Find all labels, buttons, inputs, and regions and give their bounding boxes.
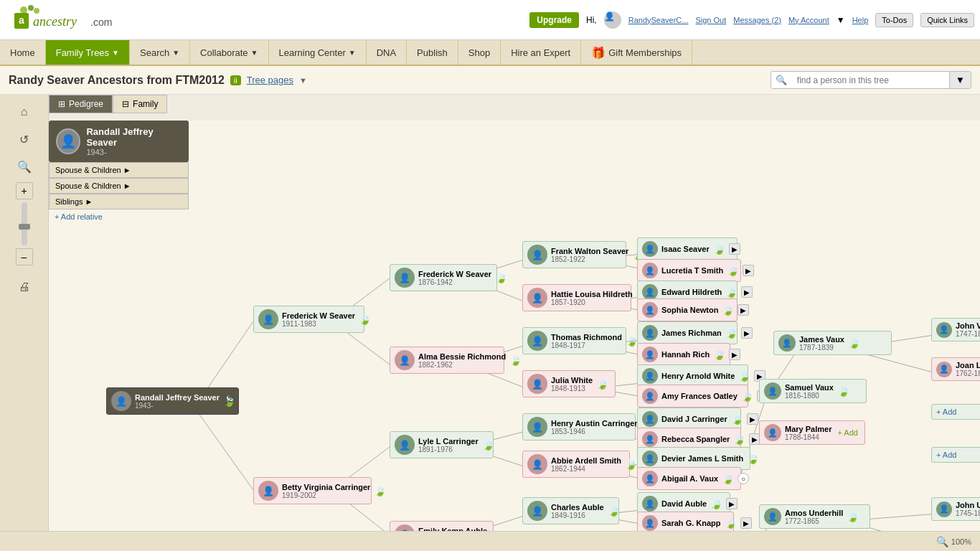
messages-link[interactable]: Messages (2) (733, 16, 781, 24)
node-betty-virginia[interactable]: 👤 Betty Virginia Carringer 1919-2002 🍃 (253, 477, 372, 504)
zoom-out-button[interactable]: – (16, 248, 33, 265)
node-randall[interactable]: 👤 Randall Jeffrey Seaver 1943- 🍃 (106, 387, 239, 415)
expand-button[interactable]: ▶ (747, 413, 758, 425)
zoom-out-icon[interactable]: 🔍 (936, 536, 948, 547)
node-john-un[interactable]: 👤 John Un... 1745-1816 (931, 497, 980, 521)
zoom-handle[interactable] (19, 224, 30, 230)
node-isaac-seaver[interactable]: 👤 Isaac Seaver 🍃 ▶ (637, 237, 738, 260)
expand-button[interactable]: ▶ (741, 286, 753, 298)
collaborate-arrow: ▼ (251, 49, 258, 57)
quick-links-button[interactable]: Quick Links (920, 13, 974, 27)
node-mary-palmer[interactable]: 👤 Mary Palmer 1788-1844 + Add (759, 420, 865, 445)
node-amy-frances[interactable]: 👤 Amy Frances Oatley 🍃 ▶ (637, 385, 748, 408)
expand-circle-button[interactable]: ○ (738, 473, 749, 484)
username-link[interactable]: RandySeaverC... (628, 16, 689, 24)
nav-publish[interactable]: Publish (407, 40, 458, 65)
spouse-children-1[interactable]: Spouse & Children ► (49, 162, 189, 178)
leaf-icon: 🍃 (596, 378, 608, 390)
node-hattie-louisa[interactable]: 👤 Hattie Louisa Hildreth 1857-1920 🍃 (522, 284, 631, 311)
person-info: Randall Jeffrey Seaver 1943- (86, 126, 182, 156)
account-arrow: ▼ (837, 15, 845, 25)
family-view-button[interactable]: ⊟ Family (113, 95, 167, 113)
nav-search[interactable]: Search ▼ (130, 40, 190, 65)
search-dropdown-button[interactable]: ▼ (949, 72, 971, 88)
family-trees-arrow: ▼ (112, 49, 119, 57)
add-icon[interactable]: + Add (837, 428, 857, 437)
expand-button[interactable]: ▶ (743, 265, 754, 276)
node-sophia-newton[interactable]: 👤 Sophia Newton 🍃 ▶ (637, 298, 738, 321)
node-frank-walton[interactable]: 👤 Frank Walton Seaver 1852-1922 🍃 (522, 241, 626, 268)
node-julia-white[interactable]: 👤 Julia White 1848-1913 🍃 (522, 370, 616, 397)
info: John Va... 1747-1811 (956, 321, 980, 338)
home-tool[interactable]: ⌂ (13, 100, 36, 123)
node-alma-bessie[interactable]: 👤 Alma Bessie Richmond 1882-1962 🍃 (390, 347, 504, 374)
node-hannah-rich[interactable]: 👤 Hannah Rich 🍃 ▶ (637, 343, 730, 366)
node-add-1[interactable]: + Add (931, 404, 980, 420)
node-add-2[interactable]: + Add (931, 447, 980, 463)
help-link[interactable]: Help (852, 16, 869, 24)
family-icon: ⊟ (122, 99, 129, 109)
avatar: 👤 (395, 350, 415, 370)
info: Henry Arnold White (661, 372, 735, 380)
leaf-icon: 🍃 (482, 439, 494, 451)
expand-button[interactable]: ▶ (740, 517, 752, 529)
nav-shop[interactable]: Shop (458, 40, 501, 65)
refresh-tool[interactable]: ↺ (13, 128, 36, 151)
nav-dna[interactable]: DNA (367, 40, 407, 65)
ftm-icon[interactable]: ii (230, 75, 241, 85)
breadcrumb-bar: Randy Seaver Ancestors from FTM2012 ii T… (0, 66, 980, 95)
nav-collaborate[interactable]: Collaborate ▼ (190, 40, 268, 65)
my-account-link[interactable]: My Account (788, 16, 829, 24)
node-joan-la[interactable]: 👤 Joan La... 1762-1836 (931, 357, 980, 381)
expand-button[interactable]: ▶ (738, 304, 749, 316)
leaf-icon: 🍃 (491, 529, 503, 531)
node-abbie-ardell[interactable]: 👤 Abbie Ardell Smith 1862-1944 🍃 (522, 451, 630, 478)
leaf-icon: 🍃 (738, 370, 750, 382)
node-frederick-1876[interactable]: 👤 Frederick W Seaver 1876-1942 🍃 (390, 264, 497, 291)
avatar: 👤 (395, 268, 415, 288)
node-lyle[interactable]: 👤 Lyle L Carringer 1891-1976 🍃 (390, 431, 494, 458)
avatar: 👤 (764, 424, 781, 441)
node-charles-auble[interactable]: 👤 Charles Auble 1849-1916 🍃 (522, 497, 619, 524)
info: Rebecca Spangler (661, 435, 730, 443)
expand-button[interactable]: ▶ (729, 349, 740, 360)
zoom-in-button[interactable]: + (16, 182, 33, 199)
tree-pages-link[interactable]: Tree pages (247, 75, 293, 85)
nav-home[interactable]: Home (0, 40, 46, 65)
search-tool[interactable]: 🔍 (13, 155, 36, 178)
signout-link[interactable]: Sign Out (695, 16, 726, 24)
node-sarah-knapp[interactable]: 👤 Sarah G. Knapp 🍃 ▶ (637, 512, 734, 531)
print-tool[interactable]: 🖨 (13, 276, 36, 298)
node-james-richman[interactable]: 👤 James Richman 🍃 ▶ (637, 321, 738, 344)
siblings-button[interactable]: Siblings ► (49, 194, 189, 209)
nav-hire-expert[interactable]: Hire an Expert (501, 40, 581, 65)
node-john-va[interactable]: 👤 John Va... 1747-1811 (931, 318, 980, 342)
expand-button[interactable]: ▶ (741, 327, 753, 339)
avatar: 👤 (642, 515, 658, 531)
todos-button[interactable]: To-Dos (875, 13, 913, 27)
add-relative-button[interactable]: + Add relative (49, 209, 189, 224)
info: Emily Kemp Auble 1899-1977 (418, 527, 487, 532)
zoom-track[interactable] (22, 202, 27, 245)
nav-learning-center[interactable]: Learning Center ▼ (269, 40, 367, 65)
node-frederick-1911[interactable]: 👤 Frederick W Seaver 1911-1983 🍃 (253, 306, 364, 333)
spouse-children-2[interactable]: Spouse & Children ► (49, 178, 189, 194)
nav-family-trees[interactable]: Family Trees ▼ (46, 40, 130, 65)
leaf-icon: 🍃 (509, 354, 522, 366)
node-lucretia[interactable]: 👤 Lucretia T Smith 🍃 ▶ (637, 259, 741, 282)
node-amos-underhill[interactable]: 👤 Amos Underhill 1772-1865 🍃 (759, 504, 870, 529)
node-abigail-vaux[interactable]: 👤 Abigail A. Vaux 🍃 ○ (637, 467, 741, 490)
pedigree-view-button[interactable]: ⊞ Pedigree (49, 95, 113, 113)
node-thomas-richmond[interactable]: 👤 Thomas Richmond 1848-1917 🍃 (522, 327, 626, 354)
expand-button[interactable]: ▶ (729, 243, 740, 255)
node-samuel-vaux[interactable]: 👤 Samuel Vaux 1816-1880 🍃 (759, 379, 867, 403)
node-henry-austin[interactable]: 👤 Henry Austin Carringer 1853-1946 🍃 (522, 413, 636, 441)
leaf-icon: 🍃 (848, 337, 860, 349)
expand-button[interactable]: ▶ (726, 498, 738, 509)
node-emily-kemp[interactable]: 👤 Emily Kemp Auble 1899-1977 🍃 (390, 521, 494, 531)
person-search-input[interactable] (791, 72, 949, 88)
nav-gift[interactable]: 🎁 Gift Memberships (581, 40, 692, 65)
node-james-vaux[interactable]: 👤 James Vaux 1787-1839 🍃 (773, 331, 892, 355)
upgrade-button[interactable]: Upgrade (529, 12, 579, 28)
gift-icon: 🎁 (591, 46, 606, 60)
